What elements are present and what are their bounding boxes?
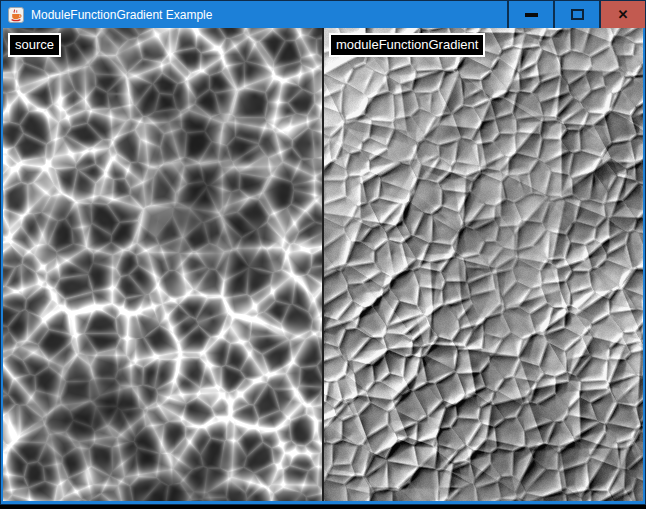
close-icon: ✕: [618, 8, 629, 21]
app-window: ModuleFunctionGradient Example ✕ source …: [0, 0, 646, 505]
maximize-button[interactable]: [553, 1, 599, 28]
titlebar-buttons: ✕: [507, 1, 645, 28]
gradient-image-label: moduleFunctionGradient: [329, 33, 485, 57]
gradient-noise-image: [324, 28, 643, 501]
maximize-icon: [571, 9, 584, 20]
source-image-label: source: [8, 33, 61, 57]
close-button[interactable]: ✕: [599, 1, 645, 28]
window-title: ModuleFunctionGradient Example: [31, 8, 507, 22]
minimize-button[interactable]: [507, 1, 553, 28]
content-area: source moduleFunctionGradient: [3, 28, 643, 501]
minimize-icon: [525, 13, 538, 17]
titlebar[interactable]: ModuleFunctionGradient Example ✕: [1, 1, 645, 28]
source-noise-image: [3, 28, 322, 501]
gradient-image-panel: moduleFunctionGradient: [324, 28, 643, 501]
source-image-panel: source: [3, 28, 322, 501]
java-coffee-cup-icon: [8, 7, 24, 23]
